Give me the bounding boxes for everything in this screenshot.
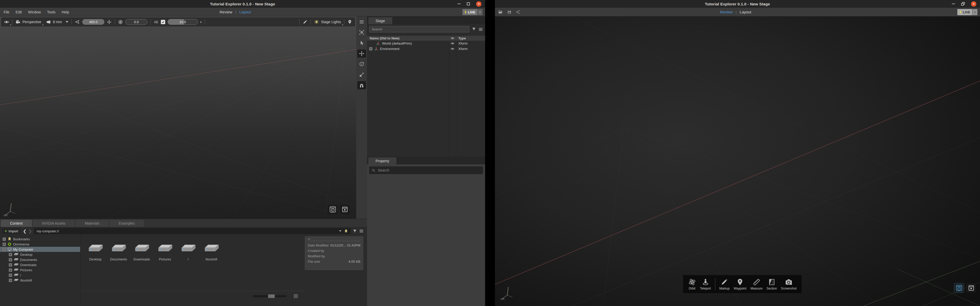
minimize-button[interactable]: [952, 3, 955, 4]
file-item-desktop[interactable]: Desktop: [84, 243, 107, 261]
expand-toggle[interactable]: +: [3, 243, 6, 246]
exposure-slider[interactable]: 10.0: [167, 19, 198, 25]
live-chevron[interactable]: ˅: [477, 9, 482, 15]
select-tool[interactable]: [357, 39, 366, 47]
minimize-button[interactable]: [458, 3, 461, 4]
back-button[interactable]: ❮: [23, 229, 26, 234]
stage-search-input[interactable]: [369, 26, 469, 32]
menu-help[interactable]: Help: [62, 10, 69, 14]
file-item-documents[interactable]: Documents: [107, 243, 130, 261]
details-collapse-icon[interactable]: [308, 239, 310, 239]
live-badge[interactable]: LIVE: [957, 9, 972, 15]
menu-file[interactable]: File: [3, 10, 10, 14]
expand-toggle[interactable]: +: [9, 279, 12, 282]
tab-layout[interactable]: Layout: [740, 10, 751, 14]
menu-tools[interactable]: Tools: [47, 10, 56, 14]
visibility-eye-icon[interactable]: [450, 41, 454, 45]
column-type[interactable]: Type: [456, 36, 485, 40]
tab-content[interactable]: Content: [1, 220, 32, 227]
stage-row-world[interactable]: World (defaultPrim) Xform: [367, 41, 485, 46]
file-item-boot-efi[interactable]: /boot/efi: [200, 243, 223, 261]
auto-exposure-checkbox[interactable]: [161, 20, 165, 24]
file-item-pictures[interactable]: Pictures: [153, 243, 177, 261]
tree-item-documents[interactable]: +Documents: [0, 257, 80, 262]
column-visibility[interactable]: [449, 36, 456, 40]
tab-nvidia-assets[interactable]: NVIDIA Assets: [33, 220, 75, 227]
live-badge[interactable]: LIVE: [463, 9, 477, 15]
collapse-left-icon[interactable]: ‹: [200, 19, 202, 24]
expand-toggle[interactable]: +: [9, 263, 12, 266]
collapse-toggle[interactable]: −: [3, 238, 6, 241]
restore-button[interactable]: [961, 2, 965, 6]
tree-item-my-computer[interactable]: −My Computer: [0, 247, 80, 252]
property-search-input[interactable]: [378, 168, 480, 172]
live-chevron[interactable]: ˅: [972, 9, 977, 15]
viewport-3d[interactable]: cm Orbit Teleport Markup Waypoint Measur…: [495, 16, 980, 306]
open-folder-icon[interactable]: [498, 10, 503, 14]
rotate-tool[interactable]: [357, 60, 366, 68]
orbit-button[interactable]: Orbit: [688, 278, 696, 290]
tree-item-downloads[interactable]: +Downloads: [0, 262, 80, 267]
slider-handle[interactable]: [268, 295, 275, 298]
tree-item-omniverse[interactable]: +Omniverse: [0, 242, 80, 247]
move-tool[interactable]: [357, 49, 366, 58]
path-input[interactable]: [37, 229, 336, 233]
stage-row-environment[interactable]: +Environment Xform: [367, 46, 485, 52]
filter-icon[interactable]: [353, 229, 357, 233]
aperture-field[interactable]: 0.0: [125, 19, 148, 25]
tree-item-root[interactable]: +/: [0, 273, 80, 277]
column-name[interactable]: Name (Old to New): [367, 36, 449, 40]
tab-review[interactable]: Review: [720, 10, 733, 14]
lens-menu-button[interactable]: 8 mm: [46, 19, 68, 24]
viewport-3d[interactable]: Perspective 8 mm 400.0 0.0 AE 10.0 ‹ Sta…: [0, 16, 356, 219]
menu-edit[interactable]: Edit: [16, 10, 22, 14]
navigation-compass-button[interactable]: [954, 283, 964, 293]
bookmark-icon[interactable]: [344, 229, 348, 233]
frame-selection-tool[interactable]: [357, 29, 366, 36]
waypoint-button[interactable]: Waypoint: [733, 278, 746, 290]
filter-icon[interactable]: [472, 27, 476, 32]
collapse-toggle[interactable]: −: [3, 248, 6, 251]
screenshot-button[interactable]: Screenshot: [781, 278, 797, 290]
expand-toggle[interactable]: +: [9, 274, 12, 277]
stage-tab[interactable]: Stage: [368, 17, 392, 24]
options-icon[interactable]: [359, 229, 364, 233]
forward-button[interactable]: ❯: [29, 229, 32, 234]
expand-toggle[interactable]: +: [369, 47, 372, 51]
import-button[interactable]: +Import: [2, 228, 21, 234]
play-timeline-button[interactable]: [340, 205, 350, 214]
focal-length-field[interactable]: 400.0: [82, 19, 104, 25]
options-icon[interactable]: [479, 27, 483, 32]
markup-pencil-icon[interactable]: [302, 19, 307, 24]
tree-item-boot-efi[interactable]: +/boot/efi: [0, 277, 80, 283]
tree-item-pictures[interactable]: +Pictures: [0, 267, 80, 273]
measure-button[interactable]: Measure: [750, 278, 762, 290]
menu-window[interactable]: Window: [28, 10, 41, 14]
share-icon[interactable]: [516, 10, 520, 14]
grid-view-icon[interactable]: [294, 294, 298, 298]
maximize-button[interactable]: [467, 2, 470, 5]
camera-menu-button[interactable]: Perspective: [16, 19, 41, 24]
play-timeline-button[interactable]: [966, 283, 976, 293]
snap-tool[interactable]: [357, 81, 366, 89]
move-target-icon[interactable]: [107, 19, 111, 24]
waypoint-pin-icon[interactable]: [347, 19, 352, 24]
save-icon[interactable]: [507, 10, 512, 14]
visibility-eye-icon[interactable]: [450, 47, 454, 51]
property-tab[interactable]: Property: [368, 157, 396, 164]
tree-item-desktop[interactable]: +Desktop: [0, 252, 80, 257]
path-dropdown-icon[interactable]: [339, 230, 342, 232]
tree-item-bookmarks[interactable]: −Bookmarks: [0, 236, 80, 242]
close-button[interactable]: ✕: [476, 1, 482, 7]
thumbnail-size-slider[interactable]: [253, 295, 286, 297]
navigation-compass-button[interactable]: [328, 205, 337, 214]
tab-materials[interactable]: Materials: [76, 220, 109, 227]
file-item-root[interactable]: /: [177, 243, 200, 261]
expand-toggle[interactable]: +: [9, 268, 12, 272]
tab-examples[interactable]: Examples: [110, 220, 144, 227]
section-button[interactable]: Section: [767, 278, 777, 290]
expand-toggle[interactable]: +: [9, 253, 12, 256]
markup-button[interactable]: Markup: [719, 278, 729, 290]
close-button[interactable]: ✕: [971, 1, 977, 7]
teleport-button[interactable]: Teleport: [700, 278, 711, 290]
